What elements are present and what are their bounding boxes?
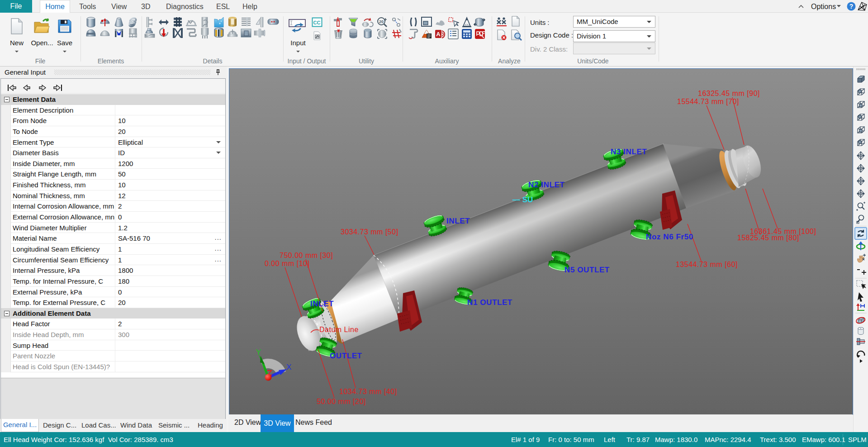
svg-text:INLET: INLET	[446, 217, 470, 225]
svg-text:Y: Y	[256, 348, 261, 357]
svg-text:16325.45 mm [90]: 16325.45 mm [90]	[698, 90, 760, 97]
svg-text:X: X	[286, 363, 291, 371]
svg-text:N5 OUTLET: N5 OUTLET	[564, 266, 610, 274]
svg-text:3034.73 mm [50]: 3034.73 mm [50]	[341, 228, 398, 236]
svg-text:N1 OUTLET: N1 OUTLET	[467, 298, 512, 307]
svg-text:750.00 mm [30]: 750.00 mm [30]	[280, 252, 333, 259]
svg-text:INLET: INLET	[310, 300, 334, 308]
svg-text:Datum Line: Datum Line	[319, 326, 359, 333]
svg-text:15544.73 mm [70]: 15544.73 mm [70]	[677, 98, 739, 105]
svg-text:13544.73 mm [60]: 13544.73 mm [60]	[676, 261, 738, 268]
svg-text:0.00 mm [10]: 0.00 mm [10]	[265, 260, 309, 267]
svg-text:50.00 mm [20]: 50.00 mm [20]	[317, 398, 366, 405]
svg-text:CC: CC	[313, 20, 321, 25]
svg-text:A: A	[436, 31, 441, 38]
svg-text:— SU: — SU	[512, 195, 533, 204]
svg-text:N2 INLET: N2 INLET	[528, 181, 564, 189]
svg-text:N3 INLET: N3 INLET	[611, 147, 647, 156]
svg-text:16361.45 mm [100]: 16361.45 mm [100]	[750, 228, 816, 235]
svg-text:Noz N6 Fr50: Noz N6 Fr50	[646, 233, 693, 241]
svg-text:20: 20	[379, 19, 384, 24]
svg-text:OUTLET: OUTLET	[330, 352, 362, 360]
svg-text:1034.73 mm [40]: 1034.73 mm [40]	[339, 388, 397, 395]
